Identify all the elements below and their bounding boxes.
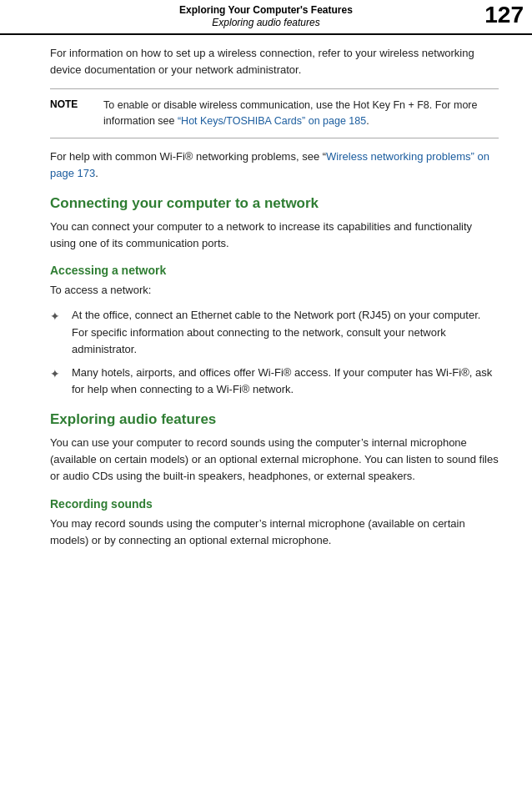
- list-item: ✦ Many hotels, airports, and offices off…: [50, 365, 499, 398]
- bullet-text-1: At the office, connect an Ethernet cable…: [72, 307, 499, 357]
- accessing-intro: To access a network:: [50, 282, 499, 299]
- wifi-para-after: .: [95, 167, 98, 179]
- chapter-title: Exploring Your Computer's Features: [179, 4, 353, 16]
- main-content: For information on how to set up a wirel…: [0, 35, 532, 574]
- accessing-bullets: ✦ At the office, connect an Ethernet cab…: [50, 307, 499, 398]
- bullet-text-2: Many hotels, airports, and offices offer…: [72, 365, 499, 398]
- recording-para: You may record sounds using the computer…: [50, 516, 499, 549]
- intro-paragraph: For information on how to set up a wirel…: [50, 45, 499, 78]
- page-number: 127: [484, 3, 524, 27]
- bullet-diamond-2: ✦: [50, 365, 63, 384]
- note-text-after: .: [366, 115, 369, 127]
- connecting-para: You can connect your computer to a netwo…: [50, 219, 499, 252]
- wifi-para-before: For help with common Wi-Fi® networking p…: [50, 150, 326, 163]
- hot-keys-link[interactable]: “Hot Keys/TOSHIBA Cards” on page 185: [178, 115, 366, 127]
- recording-heading: Recording sounds: [50, 497, 499, 511]
- list-item: ✦ At the office, connect an Ethernet cab…: [50, 307, 499, 357]
- section-connecting: Connecting your computer to a network Yo…: [50, 195, 499, 252]
- note-box: NOTE To enable or disable wireless commu…: [50, 88, 499, 138]
- audio-heading: Exploring audio features: [50, 411, 499, 428]
- section-accessing: Accessing a network To access a network:…: [50, 264, 499, 398]
- accessing-heading: Accessing a network: [50, 264, 499, 277]
- note-label: NOTE: [50, 98, 90, 110]
- section-title: Exploring audio features: [212, 17, 319, 28]
- section-recording: Recording sounds You may record sounds u…: [50, 497, 499, 549]
- section-audio: Exploring audio features You can use you…: [50, 411, 499, 485]
- wifi-paragraph: For help with common Wi-Fi® networking p…: [50, 148, 499, 182]
- note-text: To enable or disable wireless communicat…: [103, 98, 499, 129]
- audio-para: You can use your computer to record soun…: [50, 435, 499, 485]
- bullet-diamond-1: ✦: [50, 308, 63, 326]
- connecting-heading: Connecting your computer to a network: [50, 195, 499, 212]
- page-header: Exploring Your Computer's Features Explo…: [0, 0, 532, 35]
